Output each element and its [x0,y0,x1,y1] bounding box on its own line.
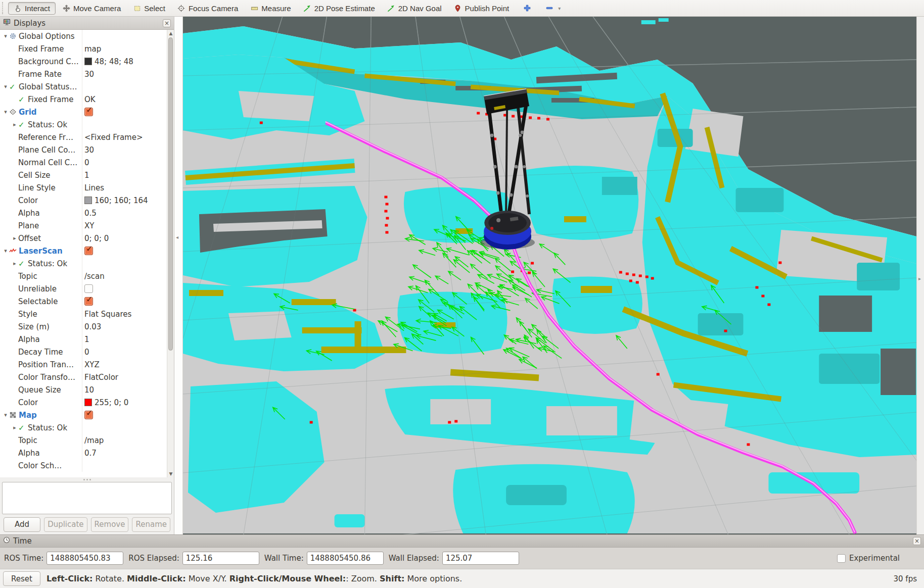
property-value[interactable]: Lines [84,183,104,192]
reset-button[interactable]: Reset [3,571,40,586]
display-row-map[interactable]: ▾Map✓ [0,409,174,421]
right-panel-collapsed[interactable]: ▸ [916,17,924,534]
property-value[interactable]: 30 [84,70,94,79]
property-value[interactable]: OK [84,95,96,104]
collapse-left-icon[interactable]: ◂ [176,234,178,240]
property-row-position-tran[interactable]: Position Tran…XYZ [0,358,174,371]
property-row-plane-cell-co[interactable]: Plane Cell Co…30 [0,143,174,156]
property-value[interactable]: 1 [84,171,89,180]
property-row-style[interactable]: StyleFlat Squares [0,308,174,320]
property-value[interactable]: /map [84,436,104,445]
enable-checkbox[interactable] [84,284,93,293]
add-tool-button[interactable] [521,3,534,14]
expander-icon[interactable]: ▾ [2,248,9,254]
panel-splitter[interactable]: ◂ [174,17,183,534]
property-value[interactable]: 30 [84,145,94,155]
expander-icon[interactable]: ▾ [2,33,9,39]
property-value[interactable]: <Fixed Frame> [84,133,143,142]
property-value[interactable]: 0 [84,348,89,357]
ros-elapsed-input[interactable] [182,552,259,565]
property-row-global-status[interactable]: ▾✓Global Status… [0,80,174,93]
duplicate-display-button[interactable]: Duplicate [44,517,87,532]
panel-splitter-handle[interactable] [0,477,174,482]
property-row-reference-fr[interactable]: Reference Fr…<Fixed Frame> [0,131,174,143]
remove-display-button[interactable]: Remove [91,517,129,532]
expander-icon[interactable]: ▾ [2,412,9,418]
property-value[interactable]: FlatColor [84,373,118,382]
toolbar-grip[interactable] [2,2,5,14]
property-row-plane[interactable]: PlaneXY [0,219,174,232]
scroll-down-icon[interactable]: ▼ [167,470,174,477]
property-value[interactable]: 0 [84,158,89,167]
display-row-laserscan[interactable]: ▾LaserScan✓ [0,244,174,257]
property-value[interactable]: XYZ [84,360,100,369]
property-value[interactable]: 0.7 [84,449,97,458]
expander-icon[interactable]: ▸ [11,121,18,128]
experimental-checkbox[interactable] [837,554,846,563]
scroll-up-icon[interactable]: ▲ [167,30,174,37]
property-row-line-style[interactable]: Line StyleLines [0,181,174,194]
property-row-topic[interactable]: Topic/scan [0,270,174,282]
3d-viewport[interactable] [183,17,916,534]
property-row-status-ok[interactable]: ▸✓Status: Ok [0,421,174,434]
property-row-fixed-frame[interactable]: ✓Fixed FrameOK [0,93,174,106]
measure-tool-button[interactable]: Measure [245,2,296,15]
time-close-button[interactable]: × [913,537,921,545]
focus-camera-tool-button[interactable]: Focus Camera [172,2,244,15]
expander-icon[interactable]: ▾ [2,109,9,115]
property-row-status-ok[interactable]: ▸✓Status: Ok [0,257,174,270]
interact-tool-button[interactable]: Interact [8,2,56,15]
property-row-queue-size[interactable]: Queue Size10 [0,383,174,396]
expander-icon[interactable]: ▸ [11,235,18,241]
remove-tool-button[interactable]: ▾ [543,3,563,14]
color-swatch[interactable] [84,58,92,65]
enable-checkbox[interactable]: ✓ [84,108,93,116]
property-row-color-transfo[interactable]: Color Transfo…FlatColor [0,371,174,383]
property-row-status-ok[interactable]: ▸✓Status: Ok [0,118,174,131]
property-value[interactable]: /scan [84,272,105,281]
chevron-down-icon[interactable]: ▾ [558,6,561,11]
time-panel-title[interactable]: Time × [0,534,924,548]
property-row-topic[interactable]: Topic/map [0,434,174,447]
collapse-right-icon[interactable]: ▸ [918,276,921,281]
property-value[interactable]: 0; 0; 0 [84,234,109,243]
property-value[interactable]: 48; 48; 48 [95,57,133,66]
property-row-offset[interactable]: ▸Offset0; 0; 0 [0,232,174,244]
property-row-global-options[interactable]: ▾Global Options [0,30,174,42]
property-row-color[interactable]: Color160; 160; 164 [0,194,174,207]
property-row-selectable[interactable]: Selectable✓ [0,295,174,308]
enable-checkbox[interactable]: ✓ [84,411,93,419]
scrollbar-thumb[interactable] [168,37,173,351]
property-row-normal-cell-c[interactable]: Normal Cell C…0 [0,156,174,169]
property-value[interactable]: Flat Squares [84,310,131,319]
rename-display-button[interactable]: Rename [132,517,170,532]
property-row-alpha[interactable]: Alpha0.7 [0,447,174,459]
select-tool-button[interactable]: Select [127,2,171,15]
enable-checkbox[interactable]: ✓ [84,297,93,306]
move-camera-tool-button[interactable]: Move Camera [57,2,126,15]
wall-time-input[interactable] [307,552,384,565]
publish-point-tool-button[interactable]: Publish Point [448,2,515,15]
property-value[interactable]: 0.03 [84,322,101,331]
property-value[interactable]: 160; 160; 164 [95,196,148,205]
property-row-color-sch[interactable]: Color Sch… [0,459,174,472]
property-row-background-c[interactable]: Background C…48; 48; 48 [0,55,174,68]
ros-time-input[interactable] [47,552,123,565]
displays-panel-title[interactable]: Displays × [0,17,174,30]
property-row-alpha[interactable]: Alpha0.5 [0,207,174,219]
expander-icon[interactable]: ▸ [11,424,18,431]
expander-icon[interactable]: ▸ [11,260,18,267]
property-row-unreliable[interactable]: Unreliable [0,282,174,295]
property-value[interactable]: 255; 0; 0 [95,398,128,407]
expander-icon[interactable]: ▾ [2,83,9,90]
property-row-fixed-frame[interactable]: Fixed Framemap [0,42,174,55]
property-value[interactable]: XY [84,221,94,230]
nav-goal-tool-button[interactable]: 2D Nav Goal [382,2,447,15]
display-row-grid[interactable]: ▾Grid✓ [0,106,174,118]
tree-scrollbar[interactable]: ▲ ▼ [167,30,174,477]
displays-close-button[interactable]: × [163,19,171,27]
property-row-alpha[interactable]: Alpha1 [0,333,174,346]
property-row-color[interactable]: Color255; 0; 0 [0,396,174,409]
wall-elapsed-input[interactable] [442,552,519,565]
property-value[interactable]: 10 [84,385,94,395]
